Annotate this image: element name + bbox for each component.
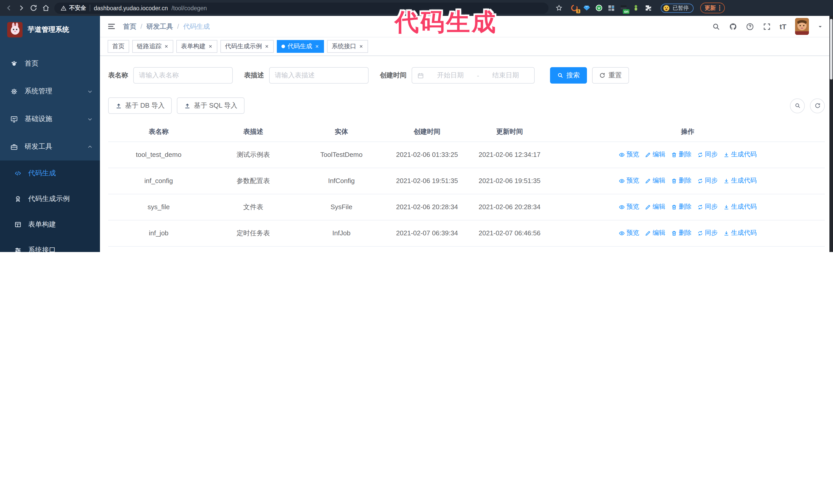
browser-menu-icon[interactable] [719,5,720,11]
search-icon[interactable] [712,22,720,30]
security-chip[interactable]: 不安全 [61,4,86,12]
row-actions: 预览 编辑 删除 同步 生成代码 [554,150,822,160]
edit-link[interactable]: 编辑 [645,229,665,238]
cell-table-desc: 参数配置表 [209,171,297,191]
tab-codegen[interactable]: 代码生成 [277,40,324,53]
generate-code-link[interactable]: 生成代码 [723,150,757,160]
profile-pill[interactable]: 已暂停 [661,3,693,13]
extension-icon-green-circle[interactable] [595,4,603,12]
preview-link[interactable]: 预览 [619,202,639,212]
forward-icon[interactable] [18,4,25,12]
back-icon[interactable] [5,4,13,12]
toggle-search-button[interactable] [790,98,805,113]
refresh-table-button[interactable] [810,98,825,113]
bookmark-star-icon[interactable] [555,4,563,12]
generate-code-label: 生成代码 [731,150,757,160]
table-name-input[interactable]: 请输入表名称 [133,67,233,83]
breadcrumb-home[interactable]: 首页 [123,22,136,31]
sync-link[interactable]: 同步 [697,150,718,160]
sidebar-item-system-api[interactable]: 系统接口 [0,237,100,252]
close-icon[interactable] [164,44,169,49]
sidebar-logo[interactable]: 芋道管理系统 [0,16,100,43]
close-icon[interactable] [264,44,269,49]
import-db-button[interactable]: 基于 DB 导入 [108,97,172,114]
url-host: dashboard.yudao.iocoder.cn [94,5,168,11]
fullscreen-icon[interactable] [763,22,771,30]
scrollbar[interactable] [829,16,833,252]
delete-link[interactable]: 删除 [671,150,691,160]
extension-icon-gem[interactable] [583,4,591,12]
preview-link[interactable]: 预览 [619,150,639,160]
close-icon[interactable] [208,44,213,49]
close-icon[interactable] [359,44,363,49]
user-avatar[interactable] [795,18,809,35]
reset-button[interactable]: 重置 [592,67,629,83]
edit-label: 编辑 [652,229,665,238]
sidebar-item-label: 表单构建 [28,220,56,229]
profile-avatar-emoji [663,4,670,11]
close-icon[interactable] [315,44,319,49]
delete-link[interactable]: 删除 [671,202,691,212]
hamburger-icon[interactable] [107,22,116,31]
edit-link[interactable]: 编辑 [645,176,665,186]
extension-icon-orange[interactable]: 1 [571,4,578,12]
update-button[interactable]: 更新 [700,3,725,13]
preview-label: 预览 [626,150,639,160]
sync-link[interactable]: 同步 [697,202,718,212]
edit-link[interactable]: 编辑 [645,150,665,160]
help-icon[interactable] [746,22,754,30]
sidebar-item-infra[interactable]: 基础设施 [0,105,100,133]
preview-link[interactable]: 预览 [619,176,639,186]
profile-paused-label: 已暂停 [672,4,689,11]
tab-label: 系统接口 [332,42,356,51]
extensions-puzzle-icon[interactable] [644,4,652,12]
chevron-down-icon[interactable] [818,24,823,29]
sync-icon [697,204,703,210]
table-desc-label: 表描述 [244,71,264,80]
column-header: 实体 [297,122,385,142]
tab-form-builder[interactable]: 表单构建 [176,40,217,53]
code-icon [14,170,22,177]
extension-icon-grid[interactable] [608,4,615,12]
sidebar-item-devtools[interactable]: 研发工具 [0,133,100,161]
sidebar-item-form-builder[interactable]: 表单构建 [0,212,100,237]
generate-code-link[interactable]: 生成代码 [723,176,757,186]
delete-link[interactable]: 删除 [671,176,691,186]
cell-table-desc: 测试示例表 [209,145,297,165]
date-range-picker[interactable]: 开始日期 - 结束日期 [412,67,535,83]
download-icon [723,178,730,184]
tab-tracing[interactable]: 链路追踪 [132,40,173,53]
extension-icon-dark[interactable]: on [620,4,627,12]
table-toolbar: 基于 DB 导入 基于 SQL 导入 [108,97,825,114]
trash-icon [671,178,677,184]
table-desc-placeholder: 请输入表描述 [275,71,315,80]
search-form: 表名称 请输入表名称 表描述 请输入表描述 创建时间 开始日期 - 结束日期 搜… [108,67,825,83]
edit-link[interactable]: 编辑 [645,202,665,212]
cell-entity: SysFile [297,197,385,217]
breadcrumb-devtools[interactable]: 研发工具 [146,22,173,31]
sync-link[interactable]: 同步 [697,176,718,186]
import-sql-button[interactable]: 基于 SQL 导入 [177,97,245,114]
tab-home[interactable]: 首页 [108,40,129,53]
preview-label: 预览 [626,229,639,238]
table-row: tool_test_demo 测试示例表 ToolTestDemo 2021-0… [108,142,825,168]
tab-system-api[interactable]: 系统接口 [327,40,368,53]
sidebar-item-home[interactable]: 首页 [0,50,100,77]
scrollbar-thumb[interactable] [830,19,832,79]
search-button[interactable]: 搜索 [550,67,587,83]
preview-link[interactable]: 预览 [619,229,639,238]
table-desc-input[interactable]: 请输入表描述 [269,67,368,83]
sidebar-item-codegen[interactable]: 代码生成 [0,161,100,186]
delete-link[interactable]: 删除 [671,229,691,238]
sidebar-item-system[interactable]: 系统管理 [0,77,100,105]
generate-code-link[interactable]: 生成代码 [723,229,757,238]
home-icon[interactable] [42,4,50,12]
tab-codegen-example[interactable]: 代码生成示例 [220,40,274,53]
github-icon[interactable] [729,22,737,30]
extension-icon-green-bot[interactable] [632,4,640,12]
sidebar-item-codegen-example[interactable]: 代码生成示例 [0,186,100,212]
reload-icon[interactable] [30,4,38,12]
text-size-icon[interactable]: tT [780,22,786,30]
sync-link[interactable]: 同步 [697,229,718,238]
generate-code-link[interactable]: 生成代码 [723,202,757,212]
